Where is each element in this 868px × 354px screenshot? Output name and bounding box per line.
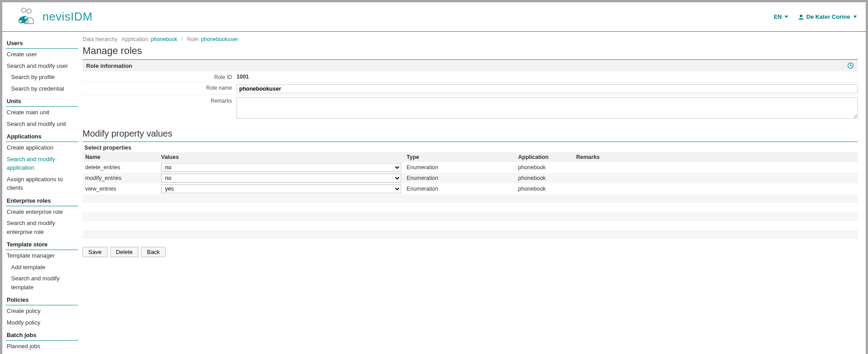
col-remarks: Remarks bbox=[573, 152, 858, 162]
sidebar-item[interactable]: Planned jobs bbox=[6, 341, 78, 352]
sidebar-item[interactable]: Template manager bbox=[6, 250, 78, 262]
table-row: view_entriesyesEnumerationphonebook bbox=[83, 183, 858, 194]
header-right: EN De Kater Corine bbox=[774, 13, 857, 20]
sidebar-item[interactable]: Create application bbox=[6, 142, 78, 154]
back-button[interactable]: Back bbox=[141, 247, 166, 257]
save-button[interactable]: Save bbox=[83, 247, 108, 257]
prop-name: delete_entries bbox=[83, 162, 158, 173]
sidebar-group-title: Template store bbox=[6, 239, 78, 250]
prop-remarks bbox=[573, 173, 858, 183]
properties-table: Name Values Type Application Remarks del… bbox=[83, 152, 858, 239]
header: nevisIDM EN De Kater Corine bbox=[2, 2, 866, 32]
language-label: EN bbox=[774, 13, 782, 20]
sidebar-item[interactable]: Create main unit bbox=[6, 107, 78, 118]
prop-application: phonebook bbox=[515, 183, 573, 194]
sidebar-item[interactable]: Search by credential bbox=[6, 83, 78, 95]
chevron-down-icon bbox=[853, 16, 857, 18]
breadcrumb-separator: / bbox=[179, 36, 186, 42]
sidebar-item[interactable]: Add template bbox=[6, 262, 78, 273]
col-name: Name bbox=[83, 152, 158, 162]
sidebar-group-title: Applications bbox=[6, 131, 78, 142]
prop-value-cell: no bbox=[158, 173, 404, 183]
sidebar-item[interactable]: Search by profile bbox=[6, 71, 78, 83]
brand: nevisIDM bbox=[16, 7, 92, 27]
table-row bbox=[83, 221, 858, 230]
user-menu[interactable]: De Kater Corine bbox=[798, 13, 857, 20]
sidebar-group-title: Enterprise roles bbox=[6, 196, 78, 206]
col-application: Application bbox=[515, 152, 573, 162]
table-row bbox=[83, 230, 858, 239]
sidebar: UsersCreate userSearch and modify userSe… bbox=[2, 32, 78, 354]
role-information-header: Role information bbox=[83, 59, 858, 71]
sidebar-item[interactable]: Search and modify application bbox=[6, 154, 78, 174]
chevron-down-icon bbox=[785, 16, 788, 18]
sidebar-item[interactable]: Create enterprise role bbox=[6, 206, 78, 218]
col-type: Type bbox=[404, 152, 515, 162]
language-selector[interactable]: EN bbox=[774, 13, 788, 20]
sidebar-item[interactable]: Event queue manager bbox=[6, 352, 78, 354]
svg-point-5 bbox=[800, 14, 802, 17]
content: Data hierarchy Application: phonebook / … bbox=[78, 32, 866, 354]
svg-point-2 bbox=[17, 14, 29, 25]
svg-point-0 bbox=[21, 8, 26, 12]
prop-value-cell: no bbox=[158, 162, 404, 173]
prop-value-select[interactable]: no bbox=[161, 174, 401, 183]
prop-value-select[interactable]: no bbox=[161, 163, 401, 172]
form-row-remarks: Remarks bbox=[83, 95, 858, 121]
sidebar-group-title: Batch jobs bbox=[6, 330, 78, 341]
svg-point-1 bbox=[27, 9, 31, 13]
table-row: delete_entriesnoEnumerationphonebook bbox=[83, 162, 858, 173]
select-properties-label: Select properties bbox=[84, 144, 132, 151]
table-row bbox=[83, 194, 858, 203]
button-bar: Save Delete Back bbox=[83, 247, 858, 257]
prop-remarks bbox=[573, 183, 858, 194]
prop-type: Enumeration bbox=[404, 173, 515, 183]
prop-type: Enumeration bbox=[404, 183, 515, 194]
prop-remarks bbox=[573, 162, 858, 173]
prop-name: modify_entries bbox=[83, 173, 158, 183]
sidebar-item[interactable]: Assign applications to clients bbox=[6, 174, 78, 194]
form-row-role-name: Role name bbox=[83, 82, 858, 95]
table-row: modify_entriesnoEnumerationphonebook bbox=[83, 173, 858, 183]
prop-name: view_entries bbox=[83, 183, 158, 194]
sidebar-group-title: Policies bbox=[6, 295, 78, 305]
sidebar-group-title: Units bbox=[6, 96, 78, 107]
sidebar-item[interactable]: Modify policy bbox=[6, 317, 78, 329]
sidebar-item[interactable]: Search and modify template bbox=[6, 273, 78, 293]
user-name: De Kater Corine bbox=[806, 13, 850, 20]
prop-value-select[interactable]: yes bbox=[161, 184, 401, 193]
layout: UsersCreate userSearch and modify userSe… bbox=[2, 32, 866, 354]
sidebar-item[interactable]: Search and modify user bbox=[6, 60, 78, 72]
remarks-label: Remarks bbox=[83, 96, 237, 104]
prop-type: Enumeration bbox=[404, 162, 515, 173]
page-title: Manage roles bbox=[83, 45, 858, 57]
delete-button[interactable]: Delete bbox=[110, 247, 139, 257]
role-id-label: Role ID bbox=[83, 73, 237, 80]
table-row bbox=[83, 203, 858, 212]
sidebar-item[interactable]: Create policy bbox=[6, 305, 78, 317]
sidebar-group-title: Users bbox=[6, 38, 78, 49]
select-properties-header: Select properties bbox=[83, 142, 858, 152]
remarks-textarea[interactable] bbox=[237, 97, 858, 119]
brand-logo-icon bbox=[16, 7, 36, 27]
modify-property-values-title: Modify property values bbox=[83, 129, 858, 139]
app-frame: nevisIDM EN De Kater Corine UsersCreate … bbox=[2, 2, 866, 354]
breadcrumb-role-link[interactable]: phonebookuser bbox=[201, 36, 238, 42]
sidebar-item[interactable]: Search and modify enterprise role bbox=[6, 217, 78, 237]
sidebar-item[interactable]: Create user bbox=[6, 49, 78, 60]
role-name-label: Role name bbox=[83, 83, 237, 91]
col-values: Values bbox=[158, 152, 404, 162]
brand-name: nevisIDM bbox=[42, 10, 92, 24]
table-row bbox=[83, 212, 858, 221]
breadcrumb-app-label: Application: bbox=[121, 36, 149, 42]
form-row-role-id: Role ID 1001 bbox=[83, 71, 858, 82]
role-name-input[interactable] bbox=[237, 84, 858, 93]
role-information-label: Role information bbox=[86, 62, 132, 69]
breadcrumb-root: Data hierarchy bbox=[83, 36, 117, 42]
breadcrumb-role-label: Role: bbox=[187, 36, 199, 42]
history-icon[interactable] bbox=[847, 62, 854, 69]
breadcrumb-app-link[interactable]: phonebook bbox=[151, 36, 177, 42]
prop-application: phonebook bbox=[515, 173, 573, 183]
sidebar-item[interactable]: Search and modify unit bbox=[6, 118, 78, 130]
breadcrumb: Data hierarchy Application: phonebook / … bbox=[83, 35, 858, 44]
